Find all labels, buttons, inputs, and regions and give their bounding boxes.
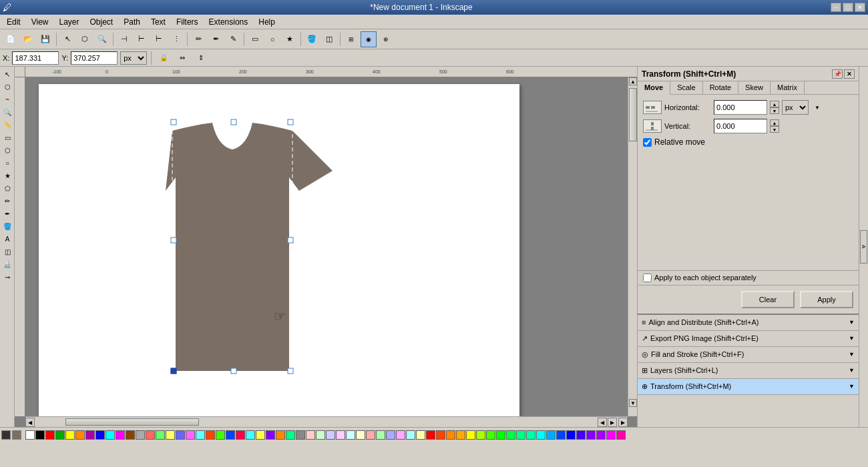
y-input[interactable] <box>71 51 118 65</box>
select-tool[interactable]: ↖ <box>59 31 75 47</box>
color-swatch[interactable] <box>546 430 556 440</box>
color-swatch[interactable] <box>206 430 215 440</box>
eyedropper-tool[interactable]: 🔬 <box>1 258 13 270</box>
panel-item-fill[interactable]: ◎ Fill and Stroke (Shift+Ctrl+F) ▼ <box>638 347 859 363</box>
panel-item-transform[interactable]: ⊕ Transform (Shift+Ctrl+M) ▼ <box>638 379 859 395</box>
align-right-button[interactable]: ⊢ <box>151 31 167 47</box>
color-swatch[interactable] <box>35 430 45 440</box>
apply-button[interactable]: Apply <box>800 291 853 308</box>
gradient-tool-left[interactable]: ◫ <box>1 246 13 258</box>
color-swatch[interactable] <box>186 430 195 440</box>
color-swatch[interactable] <box>456 430 465 440</box>
pen-tool[interactable]: ✒ <box>208 31 224 47</box>
align-center-button[interactable]: ⊢ <box>134 31 150 47</box>
color-swatch[interactable] <box>466 430 475 440</box>
panel-pin-button[interactable]: 📌 <box>832 69 843 79</box>
menu-item-extensions[interactable]: Extensions <box>204 16 254 28</box>
color-swatch[interactable] <box>376 430 385 440</box>
menu-item-edit[interactable]: Edit <box>1 16 26 28</box>
zoom-tool-left[interactable]: 🔍 <box>1 106 13 118</box>
circle-tool[interactable]: ○ <box>1 157 13 169</box>
unit-select[interactable]: px mm cm in pt <box>782 100 809 115</box>
arrange-btn-1[interactable]: A <box>860 230 867 264</box>
color-swatch[interactable] <box>286 430 295 440</box>
color-swatch[interactable] <box>436 430 445 440</box>
panel-close-button[interactable]: ✕ <box>844 69 855 79</box>
color-swatch[interactable] <box>226 430 235 440</box>
horizontal-spin-up[interactable]: ▲ <box>770 101 779 107</box>
color-swatch[interactable] <box>306 430 315 440</box>
coord-unit-select[interactable]: px mm <box>120 51 147 65</box>
unit-arrow[interactable]: ▼ <box>811 101 823 113</box>
page-prev[interactable]: ◀ <box>598 418 607 427</box>
color-swatch[interactable] <box>326 430 335 440</box>
hscroll-right-button[interactable]: ▶ <box>618 418 628 427</box>
rect-tool-left[interactable]: ▭ <box>1 131 13 143</box>
stroke-indicator[interactable] <box>1 430 11 440</box>
zoom-tool[interactable]: 🔍 <box>94 31 110 47</box>
close-button[interactable]: ✕ <box>855 3 865 12</box>
transform-tab-matrix[interactable]: Matrix <box>771 81 805 94</box>
horizontal-spin-down[interactable]: ▼ <box>770 107 779 114</box>
pencil-tool[interactable]: ✎ <box>225 31 241 47</box>
calligraphy-tool[interactable]: ✒ <box>1 207 13 219</box>
clear-button[interactable]: Clear <box>741 291 795 308</box>
star-tool-left[interactable]: ★ <box>1 169 13 181</box>
paint-bucket-tool[interactable]: 🪣 <box>1 220 13 232</box>
bezier-tool[interactable]: ✏ <box>190 31 206 47</box>
color-swatch[interactable] <box>346 430 355 440</box>
color-swatch[interactable] <box>596 430 606 440</box>
color-swatch[interactable] <box>576 430 586 440</box>
color-swatch[interactable] <box>516 430 525 440</box>
color-swatch[interactable] <box>266 430 275 440</box>
rect-tool[interactable]: ▭ <box>247 31 263 47</box>
node-tool[interactable]: ⬡ <box>77 31 93 47</box>
lock-ratio-button[interactable]: 🔒 <box>156 50 172 66</box>
color-swatch[interactable] <box>536 430 546 440</box>
color-swatch[interactable] <box>45 430 55 440</box>
measure-tool[interactable]: 📏 <box>1 119 13 131</box>
pencil-tool-left[interactable]: ✏ <box>1 195 13 207</box>
color-swatch[interactable] <box>166 430 175 440</box>
color-swatch[interactable] <box>396 430 405 440</box>
color-swatch[interactable] <box>506 430 515 440</box>
menu-item-text[interactable]: Text <box>146 16 171 28</box>
color-swatch[interactable] <box>526 430 535 440</box>
menu-item-help[interactable]: Help <box>253 16 280 28</box>
color-swatch[interactable] <box>156 430 165 440</box>
ellipse-tool[interactable]: ○ <box>264 31 280 47</box>
star-tool[interactable]: ★ <box>282 31 298 47</box>
color-swatch[interactable] <box>236 430 245 440</box>
color-swatch[interactable] <box>256 430 265 440</box>
panel-item-export[interactable]: ↗ Export PNG Image (Shift+Ctrl+E) ▼ <box>638 331 859 347</box>
drawing-area[interactable]: ☞ <box>25 77 628 416</box>
vertical-spin-down[interactable]: ▼ <box>770 126 779 133</box>
color-swatch[interactable] <box>496 430 505 440</box>
relative-move-checkbox[interactable] <box>643 138 652 147</box>
polygon-tool[interactable]: ⬠ <box>1 182 13 194</box>
color-swatch[interactable] <box>586 430 596 440</box>
horizontal-scrollbar[interactable]: ◀ ▶ ◀ ▶ <box>25 416 628 427</box>
vscroll-thumb[interactable] <box>629 88 637 141</box>
save-button[interactable]: 💾 <box>37 31 53 47</box>
transform-tab-move[interactable]: Move <box>638 81 670 95</box>
color-swatch[interactable] <box>446 430 455 440</box>
color-swatch[interactable] <box>426 430 435 440</box>
hscroll-thumb[interactable] <box>65 418 199 426</box>
text-tool[interactable]: A <box>1 233 13 245</box>
panel-item-layers[interactable]: ⊞ Layers (Shift+Ctrl+L) ▼ <box>638 363 859 379</box>
menu-item-layer[interactable]: Layer <box>53 16 84 28</box>
color-swatch[interactable] <box>416 430 425 440</box>
color-swatch[interactable] <box>216 430 225 440</box>
menu-item-filters[interactable]: Filters <box>171 16 204 28</box>
color-swatch[interactable] <box>25 430 35 440</box>
fill-indicator[interactable] <box>12 430 21 440</box>
horizontal-input[interactable] <box>714 100 767 115</box>
tshirt-object[interactable]: ☞ <box>119 117 346 386</box>
page-next[interactable]: ▶ <box>608 418 617 427</box>
fill-tool[interactable]: 🪣 <box>304 31 320 47</box>
menu-item-path[interactable]: Path <box>118 16 146 28</box>
color-swatch[interactable] <box>196 430 205 440</box>
transform-tab-skew[interactable]: Skew <box>738 81 771 94</box>
color-swatch[interactable] <box>95 430 105 440</box>
